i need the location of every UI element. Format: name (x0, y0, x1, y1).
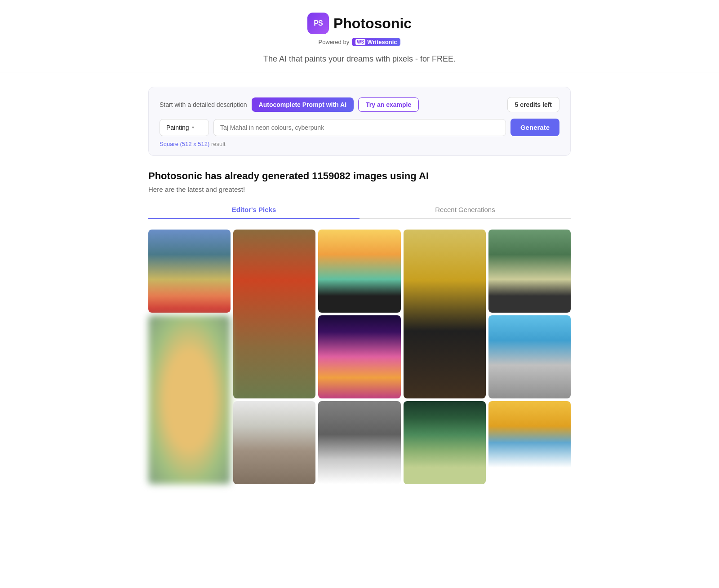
gallery-image-robot[interactable] (488, 315, 571, 398)
result-suffix: result (211, 141, 226, 147)
gallery-image-cat[interactable] (488, 230, 571, 313)
generator-controls: Start with a detailed description Autoco… (160, 97, 419, 112)
gallery-image-eiffel[interactable] (148, 230, 231, 313)
stats-suffix: images using AI (351, 170, 429, 181)
generator-top-row: Start with a detailed description Autoco… (160, 97, 559, 112)
credits-count: 5 (515, 101, 519, 108)
header: PS Photosonic Powered by WS Writesonic T… (0, 0, 719, 72)
main-content: Start with a detailed description Autoco… (139, 87, 580, 484)
gallery-image-taj[interactable] (318, 315, 400, 398)
result-size-link[interactable]: Square (512 x 512) (160, 141, 209, 147)
ws-icon: WS (355, 39, 365, 45)
tab-editors-picks[interactable]: Editor's Picks (148, 201, 360, 218)
tagline: The AI that paints your dreams with pixe… (263, 54, 456, 64)
logo-row: PS Photosonic (307, 13, 412, 34)
writesonic-badge[interactable]: WS Writesonic (352, 38, 400, 46)
prompt-input[interactable] (213, 119, 506, 136)
generate-button[interactable]: Generate (510, 119, 559, 136)
generator-input-row: Painting ▾ Generate (160, 119, 559, 136)
gallery-image-portrait[interactable] (233, 401, 315, 484)
gallery-tabs: Editor's Picks Recent Generations (148, 201, 571, 219)
image-count: 1159082 (312, 170, 351, 181)
tab-recent-generations[interactable]: Recent Generations (360, 201, 571, 218)
gallery-section: Photosonic has already generated 1159082… (148, 170, 571, 484)
powered-by-label: Powered by (319, 39, 350, 45)
gallery-image-blur[interactable] (148, 315, 231, 484)
gallery-image-building[interactable] (488, 401, 571, 484)
autocomplete-button[interactable]: Autocomplete Prompt with AI (252, 97, 354, 112)
gallery-image-scream[interactable] (404, 230, 486, 398)
stats-prefix: Photosonic has already generated (148, 170, 312, 181)
description-label: Start with a detailed description (160, 101, 247, 108)
image-grid (148, 230, 571, 484)
app-logo-icon: PS (307, 13, 329, 34)
style-selected-value: Painting (166, 124, 189, 131)
gallery-image-cyclist[interactable] (318, 230, 400, 313)
app-name: Photosonic (333, 15, 412, 32)
credits-label: credits left (520, 101, 552, 108)
gallery-stats: Photosonic has already generated 1159082… (148, 170, 571, 182)
powered-by-row: Powered by WS Writesonic (319, 38, 401, 46)
chevron-down-icon: ▾ (192, 125, 194, 130)
result-link-row: Square (512 x 512) result (160, 141, 559, 147)
gallery-image-stormtrooper[interactable] (318, 401, 400, 484)
gallery-image-jesus[interactable] (233, 230, 315, 398)
gallery-subtitle: Here are the latest and greatest! (148, 186, 571, 193)
try-example-button[interactable]: Try an example (358, 97, 419, 112)
gallery-image-fantasy[interactable] (404, 401, 486, 484)
style-dropdown[interactable]: Painting ▾ (160, 119, 209, 136)
credits-badge: 5 credits left (507, 97, 560, 112)
generator-section: Start with a detailed description Autoco… (148, 87, 571, 156)
writesonic-label: Writesonic (367, 39, 397, 45)
